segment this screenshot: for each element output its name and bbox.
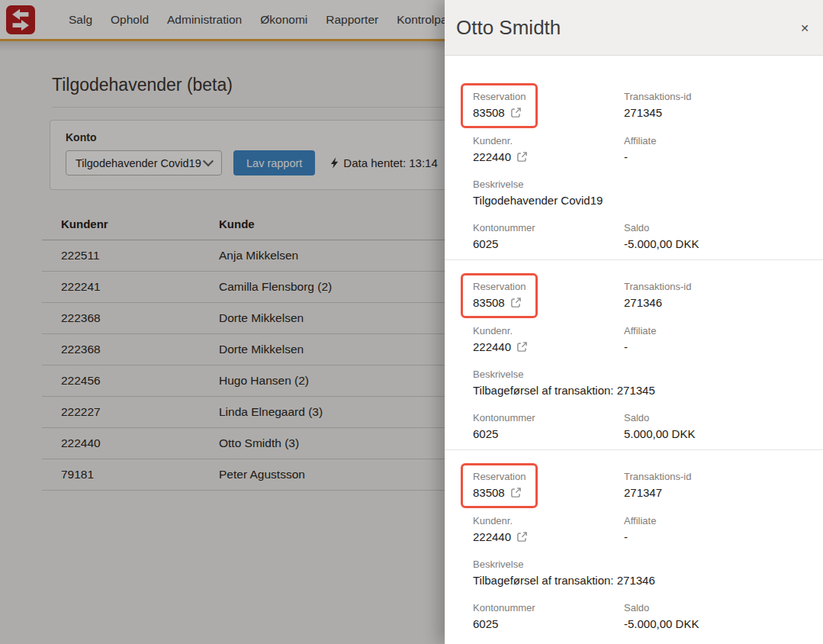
account-no-value: 6025 [473,237,624,250]
field-label: Reservation [473,91,526,102]
field-description: Beskrivelse Tilgodehavender Covid19 [473,179,805,207]
reservation-value: 83508 [473,296,505,309]
field-label: Transaktions-id [624,91,805,102]
field-label: Transaktions-id [624,281,805,292]
customer-no-value: 222440 [473,530,511,543]
field-balance: Saldo -5.000,00 DKK [624,602,805,630]
field-reservation: Reservation 83508 [473,471,624,500]
field-label: Saldo [624,412,805,423]
field-transaction-id: Transaktions-id 271345 [624,91,805,119]
external-link-icon[interactable] [510,107,522,118]
field-label: Kontonummer [473,222,624,233]
affiliate-value: - [624,530,805,543]
field-reservation: Reservation 83508 [473,91,624,120]
description-value: Tilgodehavender Covid19 [473,194,805,207]
field-label: Affiliate [624,325,805,336]
transaction-id-value: 271345 [624,106,805,119]
drawer-body: Reservation 83508 Transaktions-id 271345 [445,56,823,639]
field-balance: Saldo 5.000,00 DKK [624,412,805,440]
customer-no-value: 222440 [473,340,511,353]
description-value: Tilbageførsel af transaktion: 271345 [473,384,805,397]
close-icon[interactable]: ✕ [796,19,814,37]
field-affiliate: Affiliate - [624,325,805,353]
field-label: Reservation [473,471,526,482]
reservation-highlight-box: Reservation 83508 [461,83,538,128]
drawer-header: Otto Smidth ✕ [445,0,823,56]
field-account-no: Kontonummer 6025 [473,602,624,630]
transaction-entry: Reservation 83508 Transaktions-id 271345 [445,70,823,260]
field-label: Beskrivelse [473,369,805,380]
external-link-icon[interactable] [510,297,522,308]
balance-value: -5.000,00 DKK [624,237,805,250]
field-label: Kundenr. [473,325,624,336]
field-customer-no: Kundenr. 222440 [473,325,624,353]
customer-link[interactable]: 222440 [473,530,624,543]
field-reservation: Reservation 83508 [473,281,624,310]
customer-link[interactable]: 222440 [473,150,624,163]
reservation-value: 83508 [473,486,505,499]
description-value: Tilbageførsel af transaktion: 271346 [473,574,805,587]
field-label: Kundenr. [473,135,624,147]
field-transaction-id: Transaktions-id 271347 [624,471,805,499]
reservation-highlight-box: Reservation 83508 [461,273,538,318]
field-description: Beskrivelse Tilbageførsel af transaktion… [473,369,805,397]
external-link-icon[interactable] [510,487,522,498]
field-transaction-id: Transaktions-id 271346 [624,281,805,309]
customer-link[interactable]: 222440 [473,340,624,353]
field-label: Kundenr. [473,515,624,526]
transaction-id-value: 271347 [624,486,805,499]
account-no-value: 6025 [473,427,624,440]
field-account-no: Kontonummer 6025 [473,412,624,440]
field-label: Kontonummer [473,412,624,423]
reservation-highlight-box: Reservation 83508 [461,463,538,508]
balance-value: -5.000,00 DKK [624,617,805,630]
external-link-icon[interactable] [516,151,528,163]
field-customer-no: Kundenr. 222440 [473,135,624,163]
transaction-entry: Reservation 83508 Transaktions-id 271347 [445,450,823,639]
customer-detail-drawer: Otto Smidth ✕ Reservation 83508 [445,0,823,644]
field-label: Kontonummer [473,602,624,613]
field-label: Affiliate [624,515,805,526]
field-affiliate: Affiliate - [624,135,805,163]
transaction-id-value: 271346 [624,296,805,309]
field-label: Beskrivelse [473,559,805,570]
field-label: Reservation [473,281,526,292]
field-account-no: Kontonummer 6025 [473,222,624,250]
field-balance: Saldo -5.000,00 DKK [624,222,805,250]
reservation-link[interactable]: 83508 [473,106,526,119]
external-link-icon[interactable] [516,531,528,543]
affiliate-value: - [624,150,805,163]
affiliate-value: - [624,340,805,353]
account-no-value: 6025 [473,617,624,630]
customer-no-value: 222440 [473,150,511,163]
field-label: Affiliate [624,135,805,147]
transaction-entry: Reservation 83508 Transaktions-id 271346 [445,260,823,450]
reservation-value: 83508 [473,106,505,119]
field-label: Saldo [624,602,805,613]
field-label: Transaktions-id [624,471,805,482]
field-customer-no: Kundenr. 222440 [473,515,624,543]
drawer-title: Otto Smidth [456,16,561,40]
balance-value: 5.000,00 DKK [624,427,805,440]
external-link-icon[interactable] [516,341,528,353]
field-label: Beskrivelse [473,179,805,190]
field-description: Beskrivelse Tilbageførsel af transaktion… [473,559,805,587]
reservation-link[interactable]: 83508 [473,486,526,499]
field-affiliate: Affiliate - [624,515,805,543]
app-window: Salg Ophold Administration Økonomi Rappo… [0,0,823,644]
field-label: Saldo [624,222,805,233]
reservation-link[interactable]: 83508 [473,296,526,309]
